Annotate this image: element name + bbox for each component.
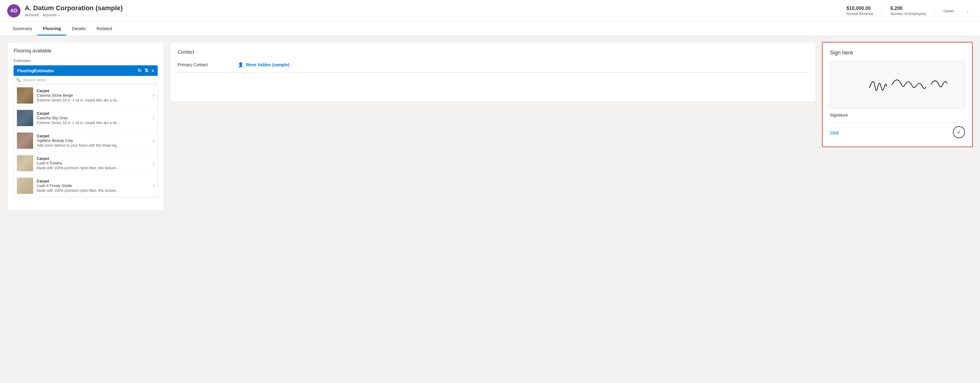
tab-details[interactable]: Details: [66, 22, 91, 36]
confirm-button[interactable]: ✓: [953, 126, 965, 138]
product-desc: Made with 100% premium nylon fiber, this…: [37, 188, 121, 193]
product-type: Carpet: [37, 111, 149, 116]
product-desc: Add some fashion to your floors with the…: [37, 143, 121, 147]
breadcrumb-separator: ·: [40, 13, 41, 17]
product-name: Caserta Sky Grey: [37, 116, 149, 120]
product-info: Carpet Ageless Beauty Clay Add some fash…: [37, 134, 149, 147]
product-info: Carpet Lush II Frosty Glade Made with 10…: [37, 179, 149, 193]
product-info: Carpet Caserta Sky Grey Extreme Series 1…: [37, 111, 149, 125]
owner-label: Owner: [943, 9, 954, 13]
breadcrumb-account[interactable]: Account: [25, 13, 39, 17]
search-icon: 🔍: [16, 78, 21, 82]
breadcrumb: Account · Account ⌄: [25, 13, 123, 17]
search-input[interactable]: [23, 78, 155, 82]
page-title: A. Datum Corporation (sample): [25, 4, 123, 12]
contact-panel: Contact Primary Contact 👤 Rene Valdes (s…: [170, 42, 816, 102]
employees-value: 6,200: [891, 6, 926, 11]
signature-drawing: [830, 61, 965, 109]
flooring-bar-label: FlooringEstimates: [17, 68, 135, 73]
search-box: 🔍: [14, 76, 158, 84]
annual-revenue-value: $10,000.00: [846, 6, 873, 11]
chevron-right-icon: ›: [153, 161, 154, 166]
tab-related[interactable]: Related: [91, 22, 118, 36]
product-desc: Made with 100% premium nylon fiber, this…: [37, 166, 121, 170]
stat-employees: 6,200 Number of Employees: [882, 6, 935, 16]
contact-row: Primary Contact 👤 Rene Valdes (sample): [178, 62, 808, 73]
clear-button[interactable]: Clear: [830, 130, 839, 135]
signature-label: Signature: [830, 112, 965, 117]
flooring-estimates-bar: FlooringEstimates ↻ ⇅ +: [14, 65, 158, 76]
header-left: AD A. Datum Corporation (sample) Account…: [7, 4, 123, 17]
checkmark-icon: ✓: [957, 129, 961, 136]
sign-title: Sign here: [830, 50, 965, 56]
product-type: Carpet: [37, 156, 149, 161]
product-type: Carpet: [37, 134, 149, 138]
list-item[interactable]: Carpet Caserta Sky Grey Extreme Series 1…: [14, 107, 158, 130]
chevron-right-icon: ›: [153, 138, 154, 143]
refresh-icon[interactable]: ↻: [137, 68, 142, 73]
list-item[interactable]: Carpet Ageless Beauty Clay Add some fash…: [14, 130, 158, 152]
employees-label: Number of Employees: [891, 12, 926, 16]
product-info: Carpet Lush II Tundra Made with 100% pre…: [37, 156, 149, 170]
stat-owner: Owner: [935, 8, 963, 13]
product-thumbnail: [17, 155, 33, 171]
estimates-label: Estimates: [14, 59, 158, 63]
chevron-right-icon: ›: [153, 93, 154, 98]
product-thumbnail: [17, 110, 33, 126]
product-list: Carpet Caserta Stone Beige Extreme Serie…: [14, 84, 158, 198]
stat-annual-revenue: $10,000.00 Annual Revenue: [838, 6, 882, 16]
main-content: Flooring available Estimates FlooringEst…: [0, 36, 980, 377]
avatar: AD: [7, 4, 21, 17]
flooring-panel-title: Flooring available: [14, 48, 158, 54]
chevron-right-icon: ›: [153, 184, 154, 188]
primary-contact-value[interactable]: 👤 Rene Valdes (sample): [238, 62, 290, 68]
header-info: A. Datum Corporation (sample) Account · …: [25, 4, 123, 17]
tab-bar: Summary Flooring Details Related: [0, 22, 980, 36]
header: AD A. Datum Corporation (sample) Account…: [0, 0, 980, 22]
contact-panel-title: Contact: [178, 49, 808, 55]
sign-panel: Sign here Signature Clear ✓: [822, 42, 973, 147]
chevron-right-icon: ›: [153, 116, 154, 120]
sign-actions: Clear ✓: [830, 126, 965, 138]
list-item[interactable]: Carpet Caserta Stone Beige Extreme Serie…: [14, 84, 158, 107]
chevron-down-icon: ⌄: [57, 13, 60, 17]
breadcrumb-account-dropdown[interactable]: Account ⌄: [43, 13, 60, 17]
add-icon[interactable]: +: [151, 68, 154, 73]
list-item[interactable]: Carpet Lush II Tundra Made with 100% pre…: [14, 152, 158, 175]
signature-area[interactable]: [830, 61, 965, 109]
header-expand-icon[interactable]: ⌄: [963, 9, 973, 13]
product-name: Lush II Frosty Glade: [37, 184, 149, 188]
primary-contact-label: Primary Contact: [178, 62, 226, 67]
header-stats: $10,000.00 Annual Revenue 6,200 Number o…: [838, 6, 973, 16]
product-info: Carpet Caserta Stone Beige Extreme Serie…: [37, 89, 149, 102]
product-name: Ageless Beauty Clay: [37, 138, 149, 143]
product-type: Carpet: [37, 89, 149, 93]
breadcrumb-account-label: Account: [43, 13, 57, 17]
annual-revenue-label: Annual Revenue: [846, 12, 873, 16]
product-name: Caserta Stone Beige: [37, 93, 149, 98]
tab-flooring[interactable]: Flooring: [37, 22, 66, 36]
contact-name[interactable]: Rene Valdes (sample): [246, 62, 290, 67]
product-thumbnail: [17, 87, 33, 104]
product-desc: Extreme Series 18 in. x 18 in. carpet ti…: [37, 98, 121, 102]
product-type: Carpet: [37, 179, 149, 184]
tab-summary[interactable]: Summary: [7, 22, 37, 36]
list-item[interactable]: Carpet Lush II Frosty Glade Made with 10…: [14, 175, 158, 197]
filter-icon[interactable]: ⇅: [145, 68, 148, 73]
product-thumbnail: [17, 178, 33, 194]
contact-person-icon: 👤: [238, 62, 243, 68]
product-name: Lush II Tundra: [37, 161, 149, 165]
product-desc: Extreme Series 18 in. x 18 in. carpet ti…: [37, 121, 121, 125]
sign-divider: [830, 122, 965, 123]
product-thumbnail: [17, 133, 33, 149]
flooring-panel: Flooring available Estimates FlooringEst…: [7, 42, 164, 210]
